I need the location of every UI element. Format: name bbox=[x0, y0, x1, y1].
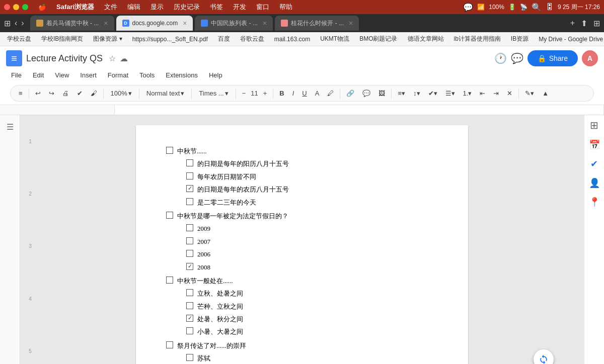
q2-checkbox[interactable] bbox=[166, 212, 173, 219]
tab-3[interactable]: 中国民族列表 - ... × bbox=[195, 16, 273, 31]
control-center-icon[interactable]: 🎛 bbox=[546, 3, 554, 12]
bookmark-ib[interactable]: IB资源 bbox=[508, 34, 532, 44]
q4-s1-checkbox[interactable] bbox=[186, 354, 193, 361]
line-spacing-btn[interactable]: ↕▾ bbox=[410, 87, 423, 99]
apps-icon[interactable]: ⊞ bbox=[590, 119, 598, 131]
bookmark-support[interactable]: https://suppo..._Soft_EN.pdf bbox=[129, 35, 211, 44]
history-btn[interactable]: 🕐 bbox=[494, 52, 507, 64]
docs-menu-insert[interactable]: Insert bbox=[75, 69, 102, 81]
user-avatar[interactable]: A bbox=[582, 50, 598, 66]
browser-name[interactable]: Safari浏览器 bbox=[52, 2, 98, 13]
traffic-light-green[interactable] bbox=[22, 4, 28, 10]
comment-btn[interactable]: 💬 bbox=[359, 87, 373, 99]
add-tab-btn[interactable]: + bbox=[570, 19, 575, 28]
font-size-minus-btn[interactable]: − bbox=[239, 87, 249, 99]
bookmark-bmo[interactable]: BMO刷题记录 bbox=[356, 34, 400, 44]
style-dropdown[interactable]: Normal text ▾ bbox=[142, 87, 188, 99]
forward-btn[interactable]: › bbox=[21, 19, 24, 28]
docs-menu-tools[interactable]: Tools bbox=[134, 69, 160, 81]
text-color-btn[interactable]: A bbox=[312, 87, 323, 99]
bookmark-ib-calc[interactable]: ib计算器使用指南 bbox=[451, 34, 504, 44]
tab-4[interactable]: 桂花什么时候开 - ... × bbox=[275, 16, 359, 31]
bookmark-school-cloud[interactable]: 学校云盘 bbox=[4, 34, 34, 44]
q1-s4-checkbox[interactable] bbox=[186, 198, 193, 205]
bookmark-german[interactable]: 德语文章网站 bbox=[405, 34, 447, 44]
tasks-icon[interactable]: ✔ bbox=[590, 158, 598, 169]
bookmark-my-drive[interactable]: My Drive - Google Drive bbox=[536, 35, 604, 44]
font-size-plus-btn[interactable]: + bbox=[260, 87, 270, 99]
q3-s1-checkbox[interactable] bbox=[186, 289, 193, 296]
docs-menu-view[interactable]: View bbox=[50, 69, 74, 81]
paint-btn[interactable]: 🖌 bbox=[88, 87, 100, 99]
q3-s3-checkbox[interactable] bbox=[186, 315, 193, 322]
align-btn[interactable]: ≡▾ bbox=[395, 87, 408, 99]
q2-s1-checkbox[interactable] bbox=[186, 224, 193, 231]
bookmark-mail[interactable]: mail.163.com bbox=[271, 35, 313, 44]
sidebar-add-btn[interactable]: + bbox=[591, 362, 597, 364]
menu-window[interactable]: 窗口 bbox=[252, 2, 273, 13]
doc-area[interactable]: 1 2 3 4 5 中秋节...... 的日期是每年的阳历八月十五号 每年农历日 bbox=[20, 115, 584, 364]
tab3-close[interactable]: × bbox=[263, 19, 267, 27]
zoom-dropdown[interactable]: 100% ▾ bbox=[107, 87, 136, 99]
indent-dec-btn[interactable]: ⇤ bbox=[477, 87, 488, 99]
docs-menu-file[interactable]: File bbox=[6, 69, 27, 81]
contacts-icon[interactable]: 👤 bbox=[589, 177, 600, 189]
menu-dev[interactable]: 开发 bbox=[229, 2, 250, 13]
q2-s2-checkbox[interactable] bbox=[186, 237, 193, 244]
apple-menu[interactable]: 🍎 bbox=[34, 3, 50, 12]
q4-checkbox[interactable] bbox=[166, 341, 173, 348]
traffic-light-red[interactable] bbox=[4, 4, 10, 10]
underline-btn[interactable]: U bbox=[299, 87, 310, 99]
bold-btn[interactable]: B bbox=[276, 87, 287, 99]
docs-menu-format[interactable]: Format bbox=[103, 69, 133, 81]
edit-mode-btn[interactable]: ✎▾ bbox=[522, 87, 537, 99]
bookmark-ib-guide[interactable]: 学校IB指南网页 bbox=[38, 34, 86, 44]
bookmark-google-drive[interactable]: 谷歌云盘 bbox=[237, 34, 267, 44]
q3-s4-checkbox[interactable] bbox=[186, 327, 193, 334]
menu-bookmark[interactable]: 书签 bbox=[206, 2, 227, 13]
menu-edit[interactable]: 编辑 bbox=[123, 2, 144, 13]
menu-history[interactable]: 历史记录 bbox=[170, 2, 204, 13]
tab-1[interactable]: 着兵马俑赏中秋 - ... × bbox=[30, 16, 114, 31]
cloud-icon[interactable]: ☁ bbox=[120, 54, 128, 63]
redo-btn[interactable]: ↪ bbox=[46, 87, 57, 99]
font-dropdown[interactable]: Times ... ▾ bbox=[195, 87, 232, 99]
q1-s3-checkbox[interactable] bbox=[186, 185, 193, 192]
tab-overview-btn[interactable]: ⊞ bbox=[593, 19, 600, 28]
print-btn[interactable]: 🖨 bbox=[59, 87, 72, 99]
toolbar-menu-btn[interactable]: ≡ bbox=[16, 87, 26, 99]
bookmark-baidu[interactable]: 百度 bbox=[215, 34, 233, 44]
wechat-icon[interactable]: 💬 bbox=[463, 3, 473, 12]
q2-s3-checkbox[interactable] bbox=[186, 250, 193, 257]
indent-inc-btn[interactable]: ⇥ bbox=[490, 87, 502, 99]
menu-display[interactable]: 显示 bbox=[146, 2, 168, 13]
tab4-close[interactable]: × bbox=[349, 19, 353, 27]
undo-btn[interactable]: ↩ bbox=[32, 87, 44, 99]
tab2-close[interactable]: × bbox=[183, 19, 187, 27]
q1-checkbox[interactable] bbox=[166, 147, 173, 154]
q1-s1-checkbox[interactable] bbox=[186, 159, 193, 166]
back-btn[interactable]: ‹ bbox=[15, 19, 17, 28]
bookmark-ukmt[interactable]: UKMT物流 bbox=[317, 34, 352, 44]
q3-checkbox[interactable] bbox=[166, 277, 173, 284]
q2-s4-checkbox[interactable] bbox=[186, 263, 193, 270]
expand-btn[interactable]: ▲ bbox=[539, 87, 552, 99]
q3-s2-checkbox[interactable] bbox=[186, 302, 193, 309]
tab-2[interactable]: D docs.google.com × bbox=[116, 16, 193, 31]
tab1-close[interactable]: × bbox=[104, 19, 108, 27]
bookmark-images[interactable]: 图像资源 ▾ bbox=[90, 34, 125, 44]
traffic-light-yellow[interactable] bbox=[13, 4, 19, 10]
comments-btn[interactable]: 💬 bbox=[511, 52, 523, 64]
gemini-ai-btn[interactable] bbox=[534, 349, 554, 364]
list-btn[interactable]: ☰▾ bbox=[442, 87, 458, 99]
docs-menu-extensions[interactable]: Extensions bbox=[161, 69, 203, 81]
numbering-btn[interactable]: 1.▾ bbox=[460, 87, 475, 99]
format-check-btn[interactable]: ✔▾ bbox=[425, 87, 440, 99]
outline-btn[interactable]: ☰ bbox=[5, 120, 16, 134]
share-button[interactable]: 🔒 Share bbox=[527, 50, 578, 66]
search-icon[interactable]: 🔍 bbox=[532, 3, 542, 12]
clear-format-btn[interactable]: ✕ bbox=[504, 87, 515, 99]
highlight-btn[interactable]: 🖊 bbox=[324, 87, 337, 99]
maps-icon[interactable]: 📍 bbox=[589, 197, 600, 208]
menu-file[interactable]: 文件 bbox=[100, 2, 121, 13]
